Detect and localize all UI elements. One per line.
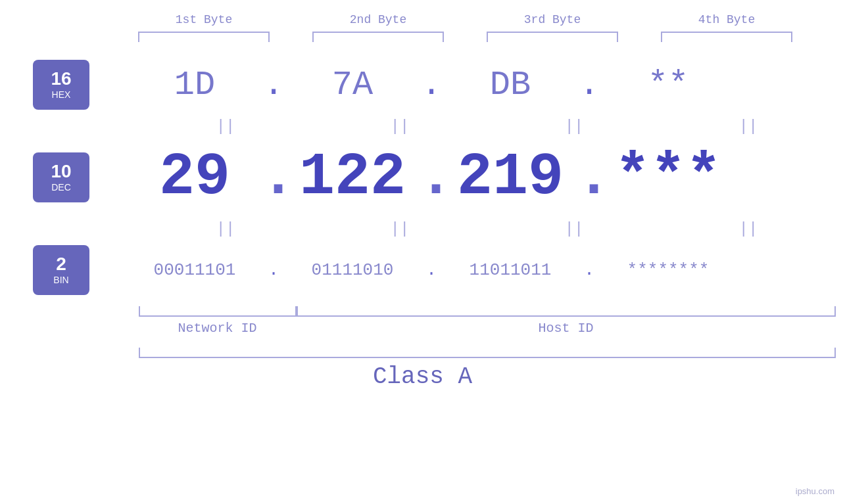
bin-val-3: 11011011 — [445, 260, 576, 280]
watermark: ipshu.com — [796, 486, 834, 496]
hex-val-2: 7A — [287, 66, 418, 104]
bracket-1 — [138, 32, 270, 42]
bracket-4 — [661, 32, 792, 42]
dec-badge-label: DEC — [51, 182, 71, 193]
dec-dot-1: . — [260, 144, 287, 211]
network-bracket — [139, 306, 297, 317]
top-brackets — [117, 32, 814, 42]
equals-row-1: || || || || — [139, 114, 836, 138]
dec-values-area: 29 . 122 . 219 . *** — [129, 144, 845, 211]
bin-row: 2 BIN 00011101 . 01111010 . 11011011 . *… — [0, 241, 845, 300]
dec-dot-3: . — [576, 144, 602, 211]
byte3-header: 3rd Byte — [487, 13, 618, 26]
byte2-header: 2nd Byte — [312, 13, 444, 26]
dec-val-2: 122 — [287, 144, 418, 211]
byte-headers: 1st Byte 2nd Byte 3rd Byte 4th Byte — [117, 13, 814, 26]
bin-values-area: 00011101 . 01111010 . 11011011 . *******… — [129, 260, 845, 280]
dec-dot-2: . — [418, 144, 445, 211]
hex-badge-num: 16 — [51, 70, 71, 88]
bin-badge-num: 2 — [56, 255, 66, 273]
bin-dot-2: . — [418, 260, 445, 280]
equals-row-2: || || || || — [139, 217, 836, 241]
dec-val-4: *** — [602, 144, 734, 211]
bin-dot-3: . — [576, 260, 602, 280]
bin-val-2: 01111010 — [287, 260, 418, 280]
byte4-header: 4th Byte — [661, 13, 792, 26]
class-label: Class A — [0, 363, 845, 390]
hex-dot-1: . — [260, 66, 287, 104]
network-id-label: Network ID — [139, 321, 297, 336]
hex-badge-label: HEX — [52, 89, 71, 100]
hex-dot-2: . — [418, 66, 445, 104]
bin-badge: 2 BIN — [33, 245, 89, 295]
hex-dot-3: . — [576, 66, 602, 104]
hex-val-3: DB — [445, 66, 576, 104]
bracket-3 — [487, 32, 618, 42]
hex-val-4: ** — [602, 66, 734, 104]
id-labels-row: Network ID Host ID — [139, 321, 836, 336]
bin-val-4: ******** — [602, 260, 734, 280]
byte1-header: 1st Byte — [138, 13, 270, 26]
hex-val-1: 1D — [129, 66, 260, 104]
host-bracket — [297, 306, 836, 317]
eq2-1: || — [160, 220, 291, 238]
hex-badge: 16 HEX — [33, 60, 89, 110]
main-container: 1st Byte 2nd Byte 3rd Byte 4th Byte 16 H… — [0, 0, 845, 504]
eq1-1: || — [160, 118, 291, 135]
bracket-2 — [312, 32, 444, 42]
id-bracket-row — [139, 306, 836, 317]
bin-badge-label: BIN — [53, 275, 68, 285]
host-id-label: Host ID — [297, 321, 836, 336]
hex-values-area: 1D . 7A . DB . ** — [129, 66, 845, 104]
eq2-2: || — [334, 220, 466, 238]
bin-dot-1: . — [260, 260, 287, 280]
dec-badge-num: 10 — [51, 162, 71, 181]
dec-val-3: 219 — [445, 144, 576, 211]
eq1-3: || — [508, 118, 640, 135]
eq1-4: || — [683, 118, 814, 135]
bin-val-1: 00011101 — [129, 260, 260, 280]
class-bracket — [139, 348, 836, 358]
hex-row: 16 HEX 1D . 7A . DB . ** — [0, 55, 845, 114]
dec-row: 10 DEC 29 . 122 . 219 . *** — [0, 138, 845, 217]
dec-badge: 10 DEC — [33, 152, 89, 202]
dec-val-1: 29 — [129, 144, 260, 211]
eq2-3: || — [508, 220, 640, 238]
eq1-2: || — [334, 118, 466, 135]
eq2-4: || — [683, 220, 814, 238]
